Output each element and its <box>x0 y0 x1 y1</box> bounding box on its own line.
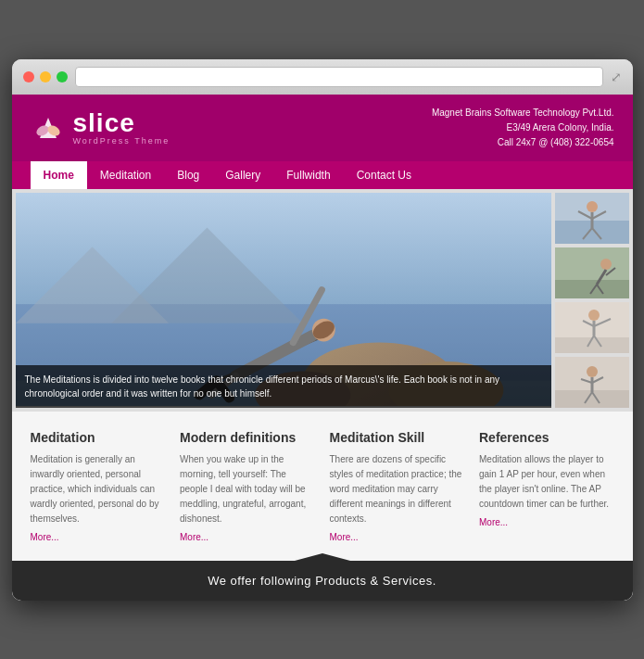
expand-icon[interactable]: ⤢ <box>611 70 622 84</box>
col4-more[interactable]: More... <box>479 517 614 527</box>
browser-chrome: ⤢ <box>12 59 633 95</box>
logo-subtitle: WordPress Theme <box>73 136 170 146</box>
logo-area: slice WordPress Theme <box>31 110 170 146</box>
contact-line1: Magnet Brains Software Technology Pvt.Lt… <box>432 106 614 120</box>
website-content: slice WordPress Theme Magnet Brains Soft… <box>12 95 633 601</box>
contact-line3: Call 24x7 @ (408) 322-0654 <box>432 135 614 150</box>
thumbnail-1[interactable] <box>555 193 629 244</box>
content-col-3: Meditation Skill There are dozens of spe… <box>330 430 465 542</box>
col3-text: There are dozens of specific styles of m… <box>330 452 465 526</box>
nav-fullwidth[interactable]: Fullwidth <box>273 161 343 189</box>
content-col-1: Meditation Meditation is generally an in… <box>31 430 166 542</box>
col2-more[interactable]: More... <box>180 532 315 542</box>
col2-title: Modern definitions <box>180 430 315 445</box>
close-button[interactable] <box>23 71 34 82</box>
col4-text: Meditation allows the player to gain 1 A… <box>479 452 614 512</box>
svg-point-45 <box>587 366 598 377</box>
nav-meditation[interactable]: Meditation <box>87 161 164 189</box>
thumbnail-3[interactable] <box>555 302 629 353</box>
col1-more[interactable]: More... <box>31 532 166 542</box>
hero-main: The Meditations is divided into twelve b… <box>16 193 551 408</box>
contact-info: Magnet Brains Software Technology Pvt.Lt… <box>432 106 614 150</box>
contact-line2: E3/49 Arera Colony, India. <box>432 120 614 135</box>
fullscreen-button[interactable] <box>57 71 68 82</box>
svg-rect-29 <box>555 280 629 298</box>
col3-more[interactable]: More... <box>330 532 465 542</box>
svg-point-37 <box>588 310 600 321</box>
browser-window: ⤢ slice WordPress Theme Magnet Brains So… <box>12 59 633 601</box>
col3-title: Meditation Skill <box>330 430 465 445</box>
thumbnail-2[interactable] <box>555 247 629 298</box>
svg-point-22 <box>587 201 598 212</box>
content-col-4: References Meditation allows the player … <box>479 430 614 542</box>
nav-blog[interactable]: Blog <box>164 161 212 189</box>
logo-title: slice <box>73 110 170 136</box>
col1-title: Meditation <box>31 430 166 445</box>
minimize-button[interactable] <box>40 71 51 82</box>
col2-text: When you wake up in the morning, tell yo… <box>180 452 315 526</box>
address-bar[interactable] <box>75 67 603 87</box>
hero-caption: The Meditations is divided into twelve b… <box>16 365 551 408</box>
content-section: Meditation Meditation is generally an in… <box>12 412 633 561</box>
hero-thumbnails <box>555 193 629 408</box>
col1-text: Meditation is generally an inwardly orie… <box>31 452 166 526</box>
banner-text: We offer following Products & Services. <box>208 574 436 588</box>
thumbnail-4[interactable] <box>555 357 629 408</box>
traffic-lights <box>23 71 68 82</box>
svg-point-30 <box>600 259 612 270</box>
main-nav: Home Meditation Blog Gallery Fullwidth C… <box>12 161 633 189</box>
col4-title: References <box>479 430 614 445</box>
nav-contact-us[interactable]: Contact Us <box>344 161 424 189</box>
bottom-banner: We offer following Products & Services. <box>12 561 633 601</box>
site-header: slice WordPress Theme Magnet Brains Soft… <box>12 95 633 161</box>
logo-icon <box>31 110 66 146</box>
content-col-2: Modern definitions When you wake up in t… <box>180 430 315 542</box>
hero-section: The Meditations is divided into twelve b… <box>12 189 633 412</box>
nav-gallery[interactable]: Gallery <box>212 161 273 189</box>
logo-text-area: slice WordPress Theme <box>73 110 170 146</box>
nav-home[interactable]: Home <box>31 161 87 189</box>
